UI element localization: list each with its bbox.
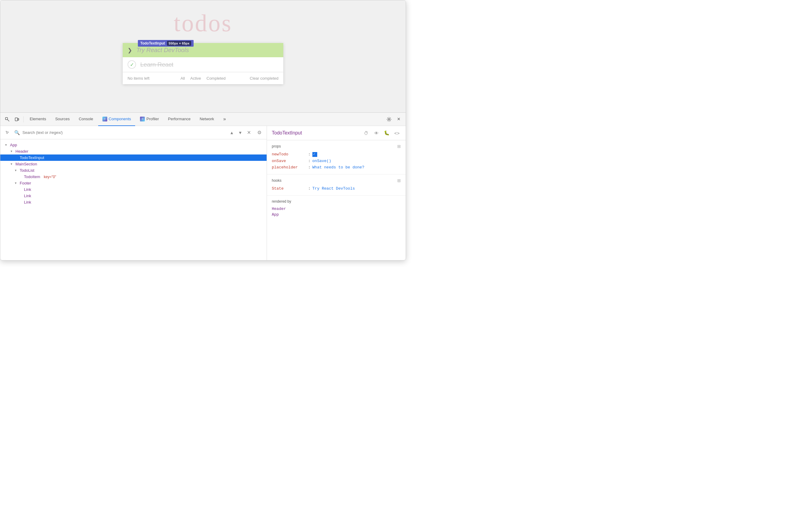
devtools-toolbar: Elements Sources Console ⚛ Components ⚛ … (0, 113, 406, 126)
component-tree-panel: 🔍 ▲ ▼ ✕ ⚙ ▾ App ▾ Header (0, 126, 267, 260)
tree-item-todolist[interactable]: ▾ TodoList (0, 167, 267, 174)
tree-item-mainsection[interactable]: ▾ MainSection (0, 161, 267, 167)
devtools-panel: Elements Sources Console ⚛ Components ⚛ … (0, 112, 406, 260)
component-highlight-label: TodoTextInput (140, 41, 165, 45)
checkbox-checked-icon (312, 152, 317, 157)
selected-component-title: TodoTextInput (272, 130, 358, 136)
props-section: props ⊞ newTodo : onSave : onSave() pl (267, 140, 406, 175)
device-toolbar-button[interactable] (13, 115, 22, 124)
suspend-icon-button[interactable]: ⏱ (362, 129, 370, 137)
todo-input-text[interactable]: Try React DevTools (136, 47, 278, 53)
chevron-icon: ❯ (128, 47, 132, 53)
filter-completed-button[interactable]: Completed (205, 75, 228, 81)
more-tabs-button[interactable]: » (219, 113, 230, 126)
rendered-by-link-app[interactable]: App (272, 212, 279, 217)
search-close-button[interactable]: ✕ (245, 129, 253, 136)
prop-value-placeholder: What needs to be done? (312, 165, 364, 169)
todo-item-row: ✓ Learn React (123, 57, 283, 72)
tree-item-header[interactable]: ▾ Header (0, 148, 267, 155)
search-navigation: ▲ ▼ ✕ (228, 129, 253, 136)
search-icon: 🔍 (14, 130, 20, 135)
rendered-by-header-item: Header (272, 206, 401, 212)
prop-value-newtodo (312, 152, 317, 157)
tree-item-link-2[interactable]: Link (0, 192, 267, 199)
devtools-close-button[interactable]: × (394, 115, 403, 124)
log-data-button[interactable]: 🐛 (383, 129, 390, 137)
toolbar-separator (23, 116, 24, 122)
components-tab-icon: ⚛ (103, 117, 107, 121)
items-left-count: No items left (128, 76, 179, 81)
search-bar: 🔍 ▲ ▼ ✕ ⚙ (0, 126, 267, 139)
rendered-by-label: rendered by (272, 199, 291, 204)
component-highlight-badge: TodoTextInput 550px × 65px (138, 40, 194, 47)
todo-footer: No items left All Active Completed Clear… (123, 72, 283, 84)
hooks-section: hooks ⊞ State : Try React DevTools (267, 175, 406, 196)
component-detail-header: TodoTextInput ⏱ 👁 🐛 <> (267, 126, 406, 140)
filter-buttons: All Active Completed (179, 75, 228, 81)
todo-input-area: TodoTextInput 550px × 65px ❯ Try React D… (123, 43, 283, 57)
inspect-dom-button[interactable]: 👁 (373, 129, 380, 137)
tree-item-link-1[interactable]: Link (0, 186, 267, 192)
tab-sources[interactable]: Sources (51, 113, 74, 126)
tab-network[interactable]: Network (196, 113, 219, 126)
hooks-section-header: hooks ⊞ (272, 178, 401, 183)
prop-name-newtodo: newTodo (272, 152, 308, 157)
component-details-panel: TodoTextInput ⏱ 👁 🐛 <> props ⊞ newTodo : (267, 126, 406, 260)
tab-console[interactable]: Console (74, 113, 97, 126)
app-preview: todos TodoTextInput 550px × 65px ❯ Try R… (0, 0, 406, 112)
hook-row-state: State : Try React DevTools (272, 185, 401, 192)
hook-value-state: Try React DevTools (312, 186, 355, 191)
rendered-by-app-item: App (272, 212, 401, 218)
detail-action-icons: ⏱ 👁 🐛 <> (362, 129, 401, 137)
inspect-component-button[interactable] (3, 129, 12, 137)
app-title: todos (174, 9, 232, 37)
devtools-body: 🔍 ▲ ▼ ✕ ⚙ ▾ App ▾ Header (0, 126, 406, 260)
prop-row-onsave: onSave : onSave() (272, 158, 401, 164)
props-section-header: props ⊞ (272, 144, 401, 149)
tree-settings-button[interactable]: ⚙ (255, 129, 264, 137)
svg-rect-2 (15, 118, 18, 121)
todo-header: TodoTextInput 550px × 65px ❯ Try React D… (123, 43, 283, 57)
prop-row-newtodo: newTodo : (272, 151, 401, 158)
svg-rect-0 (5, 117, 7, 120)
tree-item-link-3[interactable]: Link (0, 199, 267, 205)
rendered-by-header: rendered by (272, 199, 401, 204)
todo-checkbox[interactable]: ✓ (128, 60, 136, 69)
hooks-label: hooks (272, 178, 281, 183)
svg-line-1 (7, 120, 9, 121)
props-label: props (272, 144, 281, 149)
svg-rect-3 (18, 118, 19, 120)
inspect-element-button[interactable] (3, 115, 12, 124)
view-source-button[interactable]: <> (393, 129, 401, 137)
tab-elements[interactable]: Elements (25, 113, 50, 126)
search-prev-button[interactable]: ▲ (228, 129, 235, 136)
tab-components[interactable]: ⚛ Components (98, 113, 135, 126)
devtools-settings-button[interactable] (384, 115, 393, 124)
props-expand-icon[interactable]: ⊞ (397, 144, 401, 149)
todo-app-container: TodoTextInput 550px × 65px ❯ Try React D… (123, 43, 283, 84)
svg-point-4 (388, 118, 390, 120)
search-next-button[interactable]: ▼ (236, 129, 244, 136)
hooks-expand-icon[interactable]: ⊞ (397, 178, 401, 183)
tree-item-todoitem[interactable]: TodoItem key="0" (0, 174, 267, 180)
prop-row-placeholder: placeholder : What needs to be done? (272, 164, 401, 171)
tree-item-app[interactable]: ▾ App (0, 142, 267, 148)
clear-completed-button[interactable]: Clear completed (227, 76, 278, 81)
prop-name-onsave: onSave (272, 159, 308, 163)
tab-performance[interactable]: Performance (164, 113, 195, 126)
hook-name-state: State (272, 186, 308, 191)
filter-active-button[interactable]: Active (188, 75, 203, 81)
profiler-tab-icon: ⚛ (140, 117, 145, 121)
prop-value-onsave: onSave() (312, 159, 331, 163)
tree-item-todotextinput[interactable]: TodoTextInput (0, 155, 267, 161)
search-input[interactable] (22, 130, 226, 135)
dimension-badge: 550px × 65px (167, 41, 191, 46)
rendered-by-link-header[interactable]: Header (272, 207, 286, 211)
component-tree: ▾ App ▾ Header TodoTextInput ▾ MainSect (0, 139, 267, 260)
filter-all-button[interactable]: All (179, 75, 187, 81)
prop-name-placeholder: placeholder (272, 165, 308, 169)
todo-item-text: Learn React (140, 61, 173, 68)
tab-profiler[interactable]: ⚛ Profiler (136, 113, 163, 126)
rendered-by-section: rendered by Header App (267, 196, 406, 221)
tree-item-footer[interactable]: ▾ Footer (0, 180, 267, 186)
